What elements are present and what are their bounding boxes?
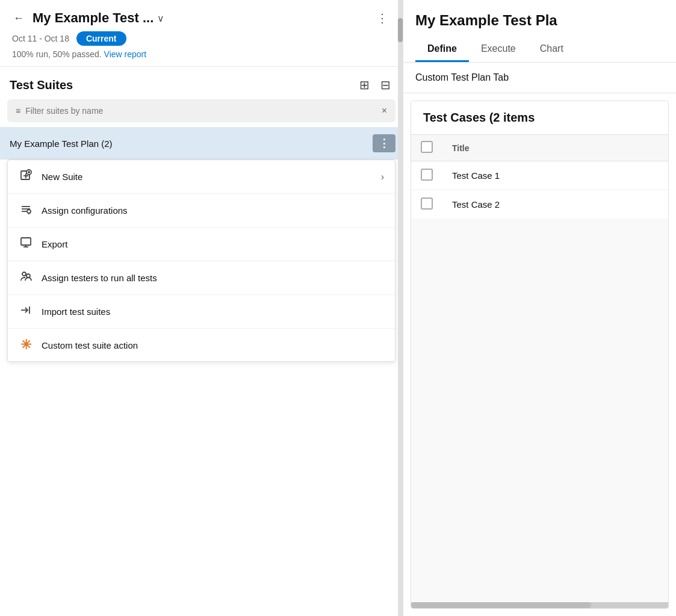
back-button[interactable]: ← (10, 11, 28, 26)
menu-label-assign-testers: Assign testers to run all tests (42, 273, 157, 283)
custom-tab-text: Custom Test Plan Tab (415, 72, 509, 82)
custom-tab-section: Custom Test Plan Tab (403, 63, 676, 93)
stats-text: 100% run, 50% passed. (12, 49, 102, 59)
suite-more-button[interactable]: ⋮ (373, 134, 395, 152)
svg-rect-12 (21, 238, 31, 245)
plan-more-button[interactable]: ⋮ (371, 10, 393, 26)
select-all-header (411, 135, 442, 161)
right-panel-title: My Example Test Pla (415, 12, 664, 29)
test-cases-table: Title Test Case 1 Test Case 2 (411, 135, 668, 219)
svg-point-15 (22, 272, 26, 276)
date-range: Oct 11 - Oct 18 (12, 34, 69, 43)
svg-point-9 (27, 210, 31, 213)
scrollbar-thumb (398, 18, 403, 42)
h-scrollbar-thumb (411, 602, 591, 608)
table-row: Test Case 2 (411, 190, 668, 219)
menu-item-import[interactable]: Import test suites (8, 295, 395, 329)
menu-label-import: Import test suites (42, 306, 110, 317)
row-1-checkbox[interactable] (421, 169, 433, 181)
suite-name: My Example Test Plan (2) (10, 138, 373, 149)
assign-testers-icon (19, 270, 33, 286)
suite-item[interactable]: My Example Test Plan (2) ⋮ (0, 127, 403, 160)
menu-label-custom-action: Custom test suite action (42, 340, 138, 350)
row-2-checkbox[interactable] (421, 198, 433, 210)
view-report-link[interactable]: View report (104, 49, 147, 59)
expand-all-button[interactable]: ⊞ (357, 76, 372, 93)
menu-label-export: Export (42, 239, 67, 249)
horizontal-scrollbar[interactable] (411, 602, 668, 608)
context-menu: New Suite › Assign configurations (7, 160, 395, 362)
new-suite-arrow-icon: › (381, 172, 384, 182)
stats-row: 100% run, 50% passed. View report (10, 49, 393, 59)
tab-define[interactable]: Define (415, 37, 469, 62)
vertical-scrollbar[interactable] (398, 0, 403, 616)
menu-item-assign-testers[interactable]: Assign testers to run all tests (8, 261, 395, 295)
test-cases-title: Test Cases (2 items (423, 111, 535, 124)
right-header: My Example Test Pla Define Execute Chart (403, 0, 676, 63)
test-case-1-label[interactable]: Test Case 1 (442, 161, 668, 190)
current-badge: Current (76, 31, 126, 46)
test-cases-header: Test Cases (2 items (411, 101, 668, 135)
test-cases-section: Test Cases (2 items Title Test Case 1 (411, 101, 669, 609)
menu-item-custom-action[interactable]: ✳ Custom test suite action (8, 329, 395, 361)
plan-header: ← My Example Test ... ∨ ⋮ Oct 11 - Oct 1… (0, 0, 403, 67)
new-suite-icon (19, 169, 33, 185)
plan-title: My Example Test ... (33, 10, 153, 26)
tab-chart[interactable]: Chart (528, 37, 575, 62)
filter-icon: ≡ (16, 106, 20, 116)
test-case-2-label[interactable]: Test Case 2 (442, 190, 668, 219)
tab-execute[interactable]: Execute (469, 37, 528, 62)
suites-title: Test Suites (10, 78, 351, 92)
import-icon (19, 303, 33, 320)
menu-label-new-suite: New Suite (42, 172, 82, 182)
tabs-row: Define Execute Chart (415, 37, 664, 62)
clear-filter-button[interactable]: × (382, 105, 387, 116)
chevron-down-icon: ∨ (157, 13, 164, 24)
title-column-header: Title (442, 135, 668, 161)
custom-action-icon: ✳ (19, 337, 33, 353)
filter-input[interactable] (25, 106, 376, 116)
suites-header: Test Suites ⊞ ⊟ (0, 67, 403, 99)
left-panel: ← My Example Test ... ∨ ⋮ Oct 11 - Oct 1… (0, 0, 403, 616)
select-all-checkbox[interactable] (421, 141, 433, 153)
filter-bar: ≡ × (7, 99, 395, 122)
menu-item-assign-config[interactable]: Assign configurations (8, 194, 395, 228)
table-row: Test Case 1 (411, 161, 668, 190)
menu-item-new-suite[interactable]: New Suite › (8, 160, 395, 194)
menu-label-assign-config: Assign configurations (42, 205, 128, 216)
export-icon (19, 236, 33, 252)
assign-config-icon (19, 202, 33, 219)
menu-item-export[interactable]: Export (8, 228, 395, 261)
right-panel: My Example Test Pla Define Execute Chart… (403, 0, 676, 616)
collapse-all-button[interactable]: ⊟ (378, 76, 393, 93)
